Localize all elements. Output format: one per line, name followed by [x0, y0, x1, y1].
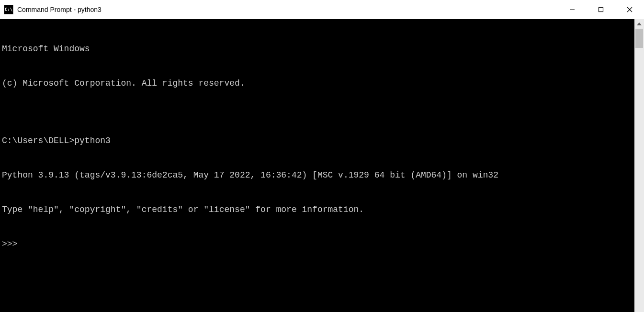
svg-rect-1	[599, 8, 603, 12]
close-button[interactable]	[615, 0, 644, 19]
terminal-prompt: >>>	[2, 238, 633, 250]
terminal-line: Python 3.9.13 (tags/v3.9.13:6de2ca5, May…	[2, 169, 633, 181]
maximize-button[interactable]	[587, 0, 615, 19]
cmd-icon: C:\	[4, 5, 13, 14]
terminal-line: (c) Microsoft Corporation. All rights re…	[2, 78, 633, 89]
window-controls	[558, 0, 644, 19]
titlebar: C:\ Command Prompt - python3	[0, 0, 644, 19]
titlebar-left: C:\ Command Prompt - python3	[4, 5, 102, 14]
terminal-line: Type "help", "copyright", "credits" or "…	[2, 204, 633, 215]
scroll-up-button[interactable]	[634, 19, 644, 29]
scrollbar[interactable]	[634, 19, 644, 312]
terminal-line: Microsoft Windows	[2, 43, 633, 55]
minimize-icon	[569, 7, 575, 12]
close-icon	[627, 7, 633, 12]
window-title: Command Prompt - python3	[17, 6, 102, 13]
terminal-area: Microsoft Windows (c) Microsoft Corporat…	[0, 19, 644, 312]
maximize-icon	[598, 7, 604, 12]
terminal-line: C:\Users\DELL>python3	[2, 135, 633, 146]
chevron-up-icon	[637, 22, 642, 25]
terminal-content[interactable]: Microsoft Windows (c) Microsoft Corporat…	[0, 19, 634, 312]
minimize-button[interactable]	[558, 0, 587, 19]
scroll-thumb[interactable]	[635, 29, 643, 48]
